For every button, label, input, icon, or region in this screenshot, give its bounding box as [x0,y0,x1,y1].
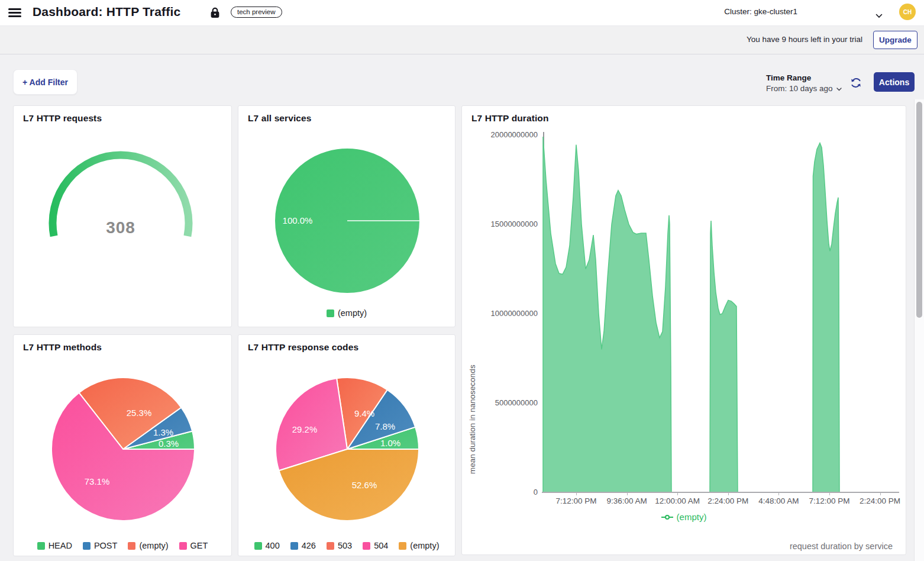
legend-swatch [37,542,45,550]
gauge-value: 308 [85,218,156,237]
trial-banner: You have 9 hours left in your trial Upgr… [0,26,924,54]
scrollbar-track[interactable] [914,99,924,561]
legend-swatch [399,542,406,550]
legend-label: POST [94,541,117,550]
legend-label: (empty) [139,541,168,550]
legend-label: 503 [338,541,352,550]
legend-label: (empty) [410,541,439,550]
pie-chart[interactable]: 1.0%7.8%9.4%29.2%52.6% [238,335,456,557]
slice-percent-label: 25.3% [127,408,152,418]
slice-percent-label: 73.1% [85,476,110,486]
actions-button[interactable]: Actions [874,72,915,92]
legend-item[interactable]: 503 [327,541,352,550]
x-axis-tick-mark [778,492,779,495]
card-http-methods: L7 HTTP methods 0.3%1.3%25.3%73.1% HEADP… [13,334,232,556]
x-axis-tick-mark [728,492,729,495]
legend-item[interactable]: POST [83,541,117,550]
legend-marker-icon [661,514,673,520]
y-axis-tick-label: 15000000000 [467,220,538,228]
card-all-services: L7 all services 100.0% (empty) [238,105,455,327]
legend-item[interactable]: (empty) [399,541,439,550]
trial-message: You have 9 hours left in your trial [747,35,862,44]
legend-label: 426 [302,541,316,550]
card-http-duration: L7 HTTP duration mean duration in nanose… [461,105,906,555]
slice-percent-label: 100.0% [283,215,313,225]
chevron-down-icon [836,88,842,91]
legend-swatch [327,542,334,550]
legend-swatch [128,542,135,550]
x-axis-tick-mark [627,492,628,495]
legend-swatch [254,542,262,550]
refresh-icon [849,76,862,89]
scrollbar-thumb[interactable] [916,102,922,318]
legend-label: GET [190,541,208,550]
x-axis-tick-mark [576,492,577,495]
chart-legend: HEADPOST(empty)GET [14,541,231,550]
slice-percent-label: 1.0% [380,438,400,448]
legend-item[interactable]: 504 [363,541,388,550]
slice-percent-label: 9.4% [354,408,374,418]
chart-legend: (empty) [238,308,455,318]
lock-icon [210,7,220,21]
refresh-button[interactable] [849,76,862,89]
series-legend-label: (empty) [677,512,707,522]
legend-label: 504 [374,541,388,550]
legend-item[interactable]: (empty) [327,308,367,318]
gauge-chart [14,106,232,328]
pie-chart[interactable]: 100.0% [238,106,456,328]
x-axis-tick-mark [829,492,830,495]
y-axis-tick-label: 0 [467,488,538,496]
area-fill [813,143,839,492]
y-axis-tick-label: 20000000000 [467,130,538,139]
page-title: Dashboard: HTTP Traffic [33,5,180,19]
area-fill [710,221,738,492]
legend-item[interactable]: GET [179,541,208,550]
slice-percent-label: 52.6% [352,480,377,490]
x-axis-tick-mark [677,492,678,495]
time-range: Time Range From: 10 days ago [766,73,842,93]
time-range-value[interactable]: From: 10 days ago [766,84,842,93]
upgrade-button[interactable]: Upgrade [873,31,917,49]
legend-label: (empty) [338,308,367,318]
legend-swatch [179,542,187,550]
x-axis-tick-mark [880,492,881,495]
cluster-selector[interactable]: Cluster: gke-cluster1 [724,7,797,16]
slice-percent-label: 7.8% [375,421,395,431]
add-filter-button[interactable]: + Add Filter [13,69,77,95]
y-axis-tick-label: 10000000000 [467,309,538,318]
chevron-down-icon[interactable] [875,10,883,21]
legend-swatch [290,542,298,550]
slice-percent-label: 29.2% [292,424,318,434]
legend-swatch [83,542,91,550]
legend-item[interactable]: 426 [290,541,316,550]
card-http-response-codes: L7 HTTP response codes 1.0%7.8%9.4%29.2%… [238,334,455,556]
legend-item[interactable]: 400 [254,541,280,550]
area-fill [543,137,671,492]
legend-label: 400 [266,541,280,550]
slice-percent-label: 1.3% [153,427,173,437]
legend-swatch [327,309,334,317]
chart-legend: 400426503504(empty) [238,541,455,550]
legend-item[interactable]: (empty) [128,541,168,550]
y-axis-tick-label: 5000000000 [467,398,538,407]
x-axis-line [542,492,899,493]
legend-swatch [363,542,370,550]
card-http-requests: L7 HTTP requests 308 [13,105,232,327]
avatar[interactable]: CH [899,4,916,20]
x-axis-tick-label: 2:24:00 PM [845,496,916,505]
chart-note: request duration by service [790,541,893,551]
pie-chart[interactable]: 0.3%1.3%25.3%73.1% [14,335,232,557]
legend-label: HEAD [49,541,72,550]
hamburger-menu-icon[interactable] [8,7,22,20]
legend-item[interactable]: HEAD [37,541,72,550]
time-range-title: Time Range [766,73,842,82]
series-legend[interactable]: (empty) [462,512,906,522]
slice-percent-label: 0.3% [159,439,179,449]
tech-preview-badge: tech preview [231,7,282,18]
app-header: Dashboard: HTTP Traffic tech preview Clu… [0,0,924,26]
